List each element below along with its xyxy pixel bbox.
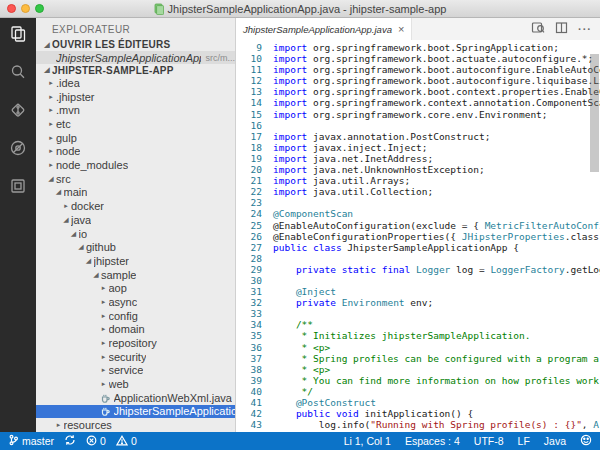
chevron-right-icon: ▸: [46, 161, 56, 169]
chevron-expanded-icon: ◢: [69, 230, 79, 238]
tree-item-jhipstersampleapplicationapp-java[interactable]: JhipsterSampleApplicationApp.java: [36, 405, 235, 419]
zoom-window-button[interactable]: [35, 4, 44, 13]
tree-item-label: security: [109, 351, 147, 363]
tree-item--jhipster[interactable]: ▸.jhipster: [36, 90, 235, 104]
line-number: 24: [236, 208, 262, 219]
close-tab-icon[interactable]: ×: [398, 24, 404, 35]
tree-item-gulp[interactable]: ▸gulp: [36, 131, 235, 145]
code-line-24: 24@ComponentScan: [236, 208, 600, 219]
activity-search-button[interactable]: [6, 62, 30, 86]
close-window-button[interactable]: [7, 4, 16, 13]
tree-item-java[interactable]: ◢java: [36, 213, 235, 227]
tree-item-repository[interactable]: ▸repository: [36, 336, 235, 350]
smiley-icon: [580, 434, 592, 448]
code-line-13: 13import org.springframework.boot.contex…: [236, 86, 600, 97]
status-cursor-position[interactable]: Li 1, Col 1: [344, 435, 391, 447]
open-preview-icon: [531, 20, 545, 37]
tree-item-jhipster[interactable]: ◢jhipster: [36, 254, 235, 268]
tree-item-aop[interactable]: ▸aop: [36, 281, 235, 295]
tree-item-node-modules[interactable]: ▸node_modules: [36, 158, 235, 172]
tree-item--mvn[interactable]: ▸.mvn: [36, 104, 235, 118]
tab-bar: JhipsterSampleApplicationApp.java × ···: [236, 18, 600, 40]
open-editor-label: JhipsterSampleApplicationApp.java: [56, 52, 201, 64]
code-line-44: 44 Collection<String> activeProfiles = A…: [236, 430, 600, 432]
tree-item-config[interactable]: ▸config: [36, 309, 235, 323]
code-line-37: 37 * Spring profiles can be configured w…: [236, 353, 600, 364]
more-actions-button[interactable]: ···: [578, 23, 592, 35]
code-line-30: 30: [236, 275, 600, 286]
tree-item-security[interactable]: ▸security: [36, 350, 235, 364]
open-editors-header[interactable]: ◢ OUVRIR LES ÉDITEURS: [36, 39, 235, 51]
line-number: 37: [236, 353, 262, 364]
tree-item-docker[interactable]: ▸docker: [36, 199, 235, 213]
activity-source-control-button[interactable]: [6, 100, 30, 124]
status-git-branch[interactable]: master: [8, 434, 54, 448]
traffic-lights: [0, 4, 44, 13]
tree-item-node[interactable]: ▸node: [36, 145, 235, 159]
sync-icon: [64, 434, 76, 448]
tree-item-applicationwebxml-java[interactable]: ApplicationWebXml.java: [36, 391, 235, 405]
status-indentation[interactable]: Espaces : 4: [405, 435, 460, 447]
status-eol[interactable]: LF: [518, 435, 530, 447]
tree-item-main[interactable]: ◢main: [36, 186, 235, 200]
tree-item-service[interactable]: ▸service: [36, 364, 235, 378]
line-number: 20: [236, 164, 262, 175]
tree-item-src[interactable]: ◢src: [36, 172, 235, 186]
editor-scrollbar[interactable]: [590, 54, 599, 172]
code-line-19: 19import java.net.InetAddress;: [236, 153, 600, 164]
tree-item-github[interactable]: ◢github: [36, 240, 235, 254]
status-errors[interactable]: 0: [86, 435, 106, 448]
minimize-window-button[interactable]: [21, 4, 30, 13]
code-line-12: 12import org.springframework.boot.autoco…: [236, 75, 600, 86]
chevron-expanded-icon: ◢: [84, 257, 94, 265]
line-number: 34: [236, 319, 262, 330]
activity-extensions-button[interactable]: [6, 176, 30, 200]
activity-explorer-button[interactable]: [6, 24, 30, 48]
code-line-28: 28: [236, 253, 600, 264]
code-line-23: 23: [236, 197, 600, 208]
tree-item-web[interactable]: ▸web: [36, 377, 235, 391]
code-line-22: 22import java.util.Collection;: [236, 186, 600, 197]
split-editor-button[interactable]: [555, 20, 568, 38]
code-line-33: 33: [236, 308, 600, 319]
code-line-11: 11import org.springframework.boot.autoco…: [236, 64, 600, 75]
chevron-expanded-icon: ◢: [42, 66, 52, 74]
open-editor-detail: src/m...: [206, 53, 236, 63]
tree-item-async[interactable]: ▸async: [36, 295, 235, 309]
code-line-16: 16: [236, 120, 600, 131]
status-sync[interactable]: [64, 434, 76, 448]
status-warnings[interactable]: 0: [116, 435, 137, 448]
java-file-icon: [99, 392, 111, 403]
tree-item-label: aop: [109, 282, 127, 294]
status-encoding[interactable]: UTF-8: [474, 435, 504, 447]
line-number: 26: [236, 231, 262, 242]
line-number: 18: [236, 142, 262, 153]
open-editor-item[interactable]: JhipsterSampleApplicationApp.javasrc/m..…: [36, 51, 235, 65]
status-language-mode[interactable]: Java: [544, 435, 566, 447]
tree-item-label: web: [109, 378, 129, 390]
chevron-expanded-icon: ◢: [91, 271, 101, 279]
open-preview-button[interactable]: [531, 20, 545, 38]
status-feedback[interactable]: [580, 434, 592, 448]
tree-item--idea[interactable]: ▸.idea: [36, 76, 235, 90]
open-editors-list: JhipsterSampleApplicationApp.javasrc/m..…: [36, 51, 235, 65]
tree-item-label: repository: [109, 337, 157, 349]
activity-debug-button[interactable]: [6, 138, 30, 162]
tree-item-label: async: [109, 296, 138, 308]
tree-item-label: .jhipster: [56, 91, 95, 103]
chevron-right-icon: ▸: [99, 353, 109, 361]
code-line-14: 14import org.springframework.context.ann…: [236, 97, 600, 108]
tree-item-domain[interactable]: ▸domain: [36, 323, 235, 337]
line-number: 35: [236, 330, 262, 341]
line-number: 40: [236, 386, 262, 397]
tree-item-io[interactable]: ◢io: [36, 227, 235, 241]
code-editor[interactable]: 9import org.springframework.boot.SpringA…: [236, 40, 600, 432]
line-number: 28: [236, 253, 262, 264]
tab-jhipster-sample-application-app[interactable]: JhipsterSampleApplicationApp.java ×: [236, 18, 412, 40]
project-header[interactable]: ◢ JHIPSTER-SAMPLE-APP: [36, 64, 235, 76]
tree-item-resources[interactable]: ▸resources: [36, 418, 235, 432]
tree-item-sample[interactable]: ◢sample: [36, 268, 235, 282]
tree-item-etc[interactable]: ▸etc: [36, 117, 235, 131]
line-number: 9: [236, 42, 262, 53]
explorer-icon: [8, 24, 28, 48]
